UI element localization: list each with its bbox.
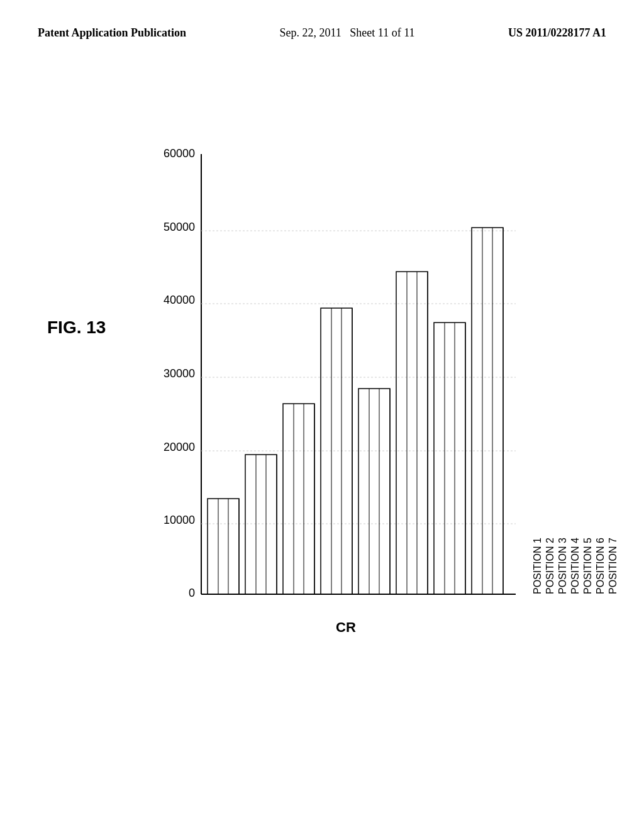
page-header: Patent Application Publication Sep. 22, … [0, 0, 644, 53]
publication-title: Patent Application Publication [38, 25, 186, 41]
y-label-10000: 10000 [164, 514, 195, 526]
position-6-label: POSITION 6 [595, 538, 606, 594]
patent-number: US 2011/0228177 A1 [508, 25, 606, 41]
y-label-20000: 20000 [164, 441, 195, 453]
bar-position-5 [358, 389, 390, 594]
figure-label: FIG. 13 [47, 318, 106, 338]
sheet-info: Sheet 11 of 11 [350, 26, 414, 39]
position-7-label: POSITION 7 [608, 538, 616, 594]
publication-date: Sep. 22, 2011 [280, 26, 341, 39]
x-axis-label: CR [336, 619, 356, 635]
y-label-60000: 60000 [164, 147, 195, 160]
bar-chart: 60000 50000 40000 30000 20000 10000 0 [126, 135, 616, 764]
bar-position-3 [283, 404, 314, 594]
position-5-label: POSITION 5 [582, 538, 593, 594]
bar-position-7 [434, 323, 465, 594]
bar-position-8 [472, 228, 503, 594]
bar-position-6 [396, 272, 428, 594]
bar-position-4 [321, 308, 352, 594]
y-label-0: 0 [189, 587, 195, 599]
y-label-30000: 30000 [164, 367, 195, 380]
bar-position-1 [208, 499, 239, 594]
position-2-label: POSITION 2 [545, 538, 555, 594]
figure-area: FIG. 13 60000 50000 40000 30000 20000 10… [0, 53, 644, 795]
y-label-50000: 50000 [164, 221, 195, 233]
position-4-label: POSITION 4 [570, 538, 580, 594]
position-3-label: POSITION 3 [557, 538, 568, 594]
bar-position-2 [245, 455, 277, 594]
y-label-40000: 40000 [164, 294, 195, 306]
position-1-label: POSITION 1 [532, 538, 543, 594]
publication-date-sheet: Sep. 22, 2011 Sheet 11 of 11 [280, 25, 415, 41]
